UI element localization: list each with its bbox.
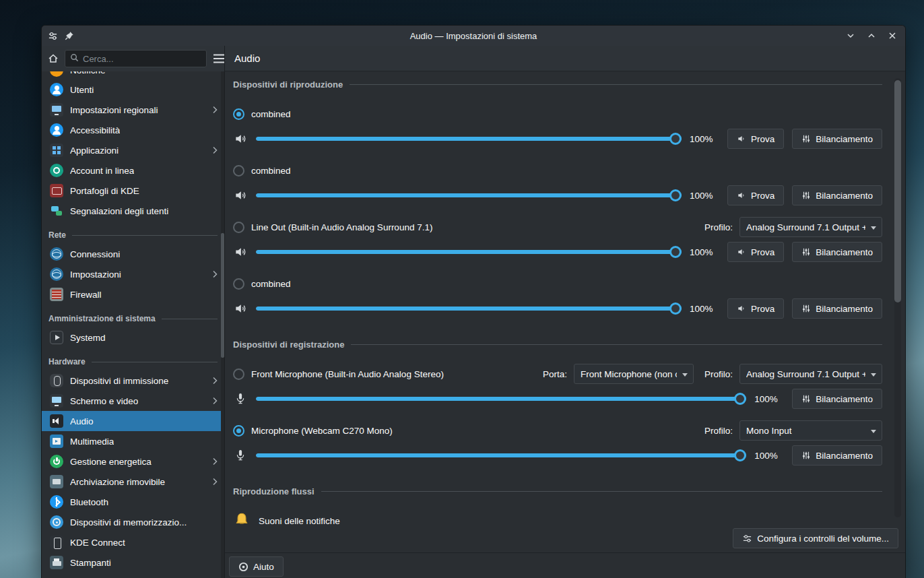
volume-value: 100% — [690, 134, 719, 144]
volume-value: 100% — [754, 451, 784, 461]
sidebar-item-connessioni[interactable]: Connessioni — [42, 244, 224, 264]
desktop-background: Audio — Impostazioni di sistema — [0, 0, 924, 578]
slider-handle[interactable] — [669, 246, 682, 258]
content-scrollbar-thumb[interactable] — [894, 80, 901, 302]
device-radio[interactable] — [233, 222, 244, 233]
main-panel: Audio Dispositivi di riproduzione combin… — [225, 46, 905, 578]
maximize-button[interactable] — [866, 30, 877, 41]
balance-button[interactable]: Bilanciamento — [792, 185, 882, 205]
help-button[interactable]: Aiuto — [229, 556, 284, 577]
chevron-right-icon — [212, 457, 218, 465]
close-button[interactable] — [887, 30, 898, 41]
menu-icon[interactable] — [212, 50, 226, 67]
sidebar-section-amministrazione: Amministrazione di sistema — [42, 310, 224, 327]
volume-slider[interactable] — [256, 132, 682, 146]
test-button[interactable]: Prova — [727, 242, 784, 262]
recording-section-header: Dispositivi di registrazione — [233, 335, 882, 353]
accessibility-icon — [50, 123, 63, 137]
playback-device-row: Line Out (Built-in Audio Analog Surround… — [233, 217, 882, 263]
storage-devices-icon — [50, 515, 63, 529]
volume-value: 100% — [690, 247, 719, 257]
sidebar-item-gestione-energetica[interactable]: Gestione energetica — [42, 451, 224, 472]
sidebar-item-impostazioni-regionali[interactable]: Impostazioni regionali — [42, 100, 224, 120]
titlebar[interactable]: Audio — Impostazioni di sistema — [42, 26, 905, 46]
sidebar-item-audio[interactable]: Audio — [42, 411, 224, 431]
sidebar-scrollbar-thumb[interactable] — [221, 233, 224, 358]
home-icon[interactable] — [47, 50, 59, 67]
port-select[interactable]: Front Microphone (non co — [574, 364, 694, 384]
power-icon — [50, 455, 63, 468]
balance-button[interactable]: Bilanciamento — [792, 298, 882, 319]
device-radio[interactable] — [233, 278, 244, 290]
systemd-icon — [50, 331, 63, 344]
slider-handle[interactable] — [734, 393, 746, 405]
slider-handle[interactable] — [669, 302, 682, 315]
profile-select[interactable]: Mono Input — [739, 420, 882, 441]
sidebar-item-dispositivi-immissione[interactable]: Dispositivi di immissione — [42, 371, 224, 391]
search-input[interactable] — [83, 54, 201, 64]
volume-slider[interactable] — [256, 449, 746, 462]
sidebar-item-stampanti[interactable]: Stampanti — [42, 552, 224, 573]
minimize-button[interactable] — [845, 30, 856, 41]
sidebar-item-kde-connect[interactable]: KDE Connect — [42, 532, 224, 552]
balance-button[interactable]: Bilanciamento — [792, 445, 882, 465]
port-label: Porta: — [543, 369, 567, 379]
slider-handle[interactable] — [669, 133, 682, 145]
sidebar-section-rete: Rete — [42, 226, 224, 244]
content-scrollbar[interactable] — [894, 78, 901, 517]
test-button[interactable]: Prova — [727, 129, 784, 149]
sidebar-item-dispositivi-memorizzazione[interactable]: Dispositivi di memorizzazio... — [42, 512, 224, 532]
sidebar-item-archiviazione-rimovibile[interactable]: Archiviazione rimovibile — [42, 472, 224, 492]
sidebar-scrollbar[interactable] — [221, 71, 224, 578]
chevron-right-icon — [212, 478, 218, 486]
sidebar-item-applicazioni[interactable]: Applicazioni — [42, 140, 224, 160]
volume-slider[interactable] — [256, 189, 682, 202]
input-devices-icon — [50, 374, 63, 387]
profile-select[interactable]: Analog Surround 7.1 Output + A — [739, 364, 882, 384]
display-icon — [50, 394, 63, 408]
sidebar-item-segnalazioni[interactable]: Segnalazioni degli utenti — [42, 201, 224, 221]
search-box[interactable] — [65, 50, 207, 67]
sidebar-item-systemd[interactable]: Systemd — [42, 327, 224, 348]
regional-settings-icon — [50, 103, 63, 117]
chevron-right-icon — [212, 106, 218, 114]
pin-icon[interactable] — [64, 30, 75, 41]
sidebar-item-bluetooth[interactable]: Bluetooth — [42, 492, 224, 512]
recording-device-row: Front Microphone (Built-in Audio Analog … — [233, 364, 882, 410]
chevron-right-icon — [212, 146, 218, 154]
bottom-bar: Aiuto — [225, 552, 905, 578]
configure-volume-controls-button[interactable]: Configura i controlli del volume... — [733, 528, 898, 548]
sidebar-item-portafogli-kde[interactable]: Portafogli di KDE — [42, 181, 224, 201]
test-button[interactable]: Prova — [727, 298, 784, 319]
balance-button[interactable]: Bilanciamento — [792, 389, 882, 409]
removable-storage-icon — [50, 475, 63, 488]
device-radio[interactable] — [233, 165, 244, 176]
profile-select[interactable]: Analog Surround 7.1 Output + A — [739, 217, 882, 237]
balance-button[interactable]: Bilanciamento — [792, 242, 882, 262]
window-menu-icon[interactable] — [47, 30, 58, 41]
volume-slider[interactable] — [256, 392, 746, 406]
sidebar-item-notifiche[interactable]: Notifiche — [42, 71, 224, 79]
sidebar-item-account-in-linea[interactable]: Account in linea — [42, 160, 224, 181]
volume-value: 100% — [690, 304, 719, 314]
sidebar-item-multimedia[interactable]: Multimedia — [42, 431, 224, 451]
profile-label: Profilo: — [704, 222, 733, 232]
slider-handle[interactable] — [669, 189, 682, 201]
test-button[interactable]: Prova — [727, 185, 784, 205]
speaker-icon — [233, 132, 248, 146]
chevron-down-icon — [871, 373, 876, 377]
stream-row: Suoni delle notifiche — [233, 509, 882, 524]
device-radio[interactable] — [233, 108, 244, 120]
sidebar-item-schermo-video[interactable]: Schermo e video — [42, 391, 224, 411]
volume-slider[interactable] — [256, 302, 682, 315]
balance-button[interactable]: Bilanciamento — [792, 129, 882, 149]
device-radio[interactable] — [233, 368, 244, 380]
sidebar-item-firewall[interactable]: Firewall — [42, 284, 224, 304]
sidebar-item-impostazioni-rete[interactable]: Impostazioni — [42, 264, 224, 284]
sidebar-item-utenti[interactable]: Utenti — [42, 79, 224, 100]
device-radio[interactable] — [233, 425, 244, 437]
notification-bell-icon — [233, 511, 251, 525]
slider-handle[interactable] — [734, 449, 746, 461]
volume-slider[interactable] — [256, 245, 682, 259]
sidebar-item-accessibilita[interactable]: Accessibilità — [42, 120, 224, 140]
